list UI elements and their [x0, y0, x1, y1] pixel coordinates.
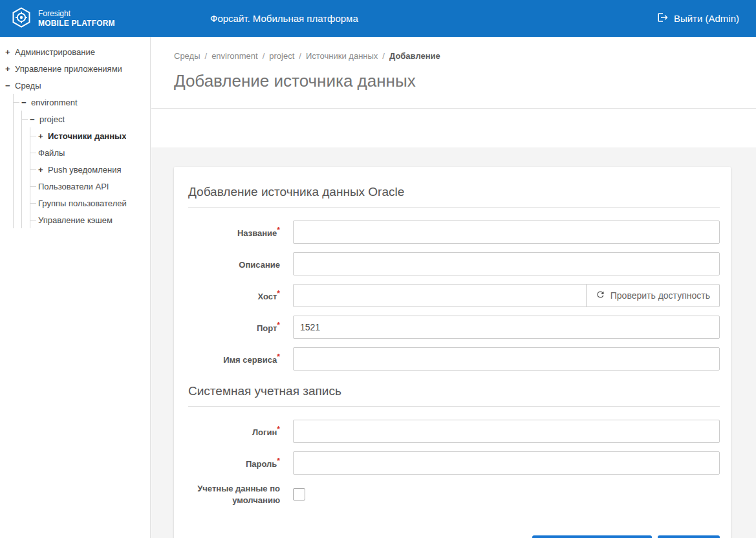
breadcrumb-item-environment[interactable]: environment — [211, 51, 258, 61]
breadcrumb-separator: / — [263, 51, 265, 61]
section-title-system-account: Системная учетная запись — [188, 379, 720, 407]
tree-item-cache-management[interactable]: Управление кэшем — [30, 211, 146, 228]
foresight-logo-icon — [10, 6, 32, 31]
tree-item-label: Пользователи API — [38, 182, 109, 191]
tree-item-label: environment — [31, 98, 78, 107]
tree-item-administration[interactable]: + Администрирование — [5, 43, 146, 60]
required-asterisk: * — [277, 457, 280, 466]
collapse-icon[interactable]: − — [21, 98, 31, 107]
check-availability-button[interactable]: Проверить доступность — [586, 284, 720, 307]
brand-logo-block: Foresight MOBILE PLATFORM — [0, 6, 151, 31]
service-name-label: Имя сервиса* — [188, 352, 280, 366]
tree-item-api-users[interactable]: Пользователи API — [30, 178, 146, 195]
login-label-text: Логин — [252, 427, 277, 437]
breadcrumb-item-data-sources[interactable]: Источники данных — [306, 51, 378, 61]
tree-branch-environments: − environment − project + Источники данн… — [13, 94, 146, 228]
field-row-host: Хост* Проверить доступность — [188, 284, 720, 307]
port-input[interactable] — [293, 316, 720, 339]
required-asterisk: * — [277, 289, 280, 298]
title-divider — [151, 108, 756, 109]
required-asterisk: * — [277, 226, 280, 235]
logout-icon — [657, 12, 669, 25]
field-row-password: Пароль* — [188, 451, 720, 475]
field-row-name: Название* — [188, 221, 720, 244]
tree-item-label: Источники данных — [48, 131, 126, 141]
field-row-default-credentials: Учетные данные по умолчанию — [188, 483, 720, 506]
name-input[interactable] — [293, 221, 720, 244]
section-title-oracle: Добавление источника данных Oracle — [188, 180, 720, 208]
port-label: Порт* — [188, 320, 280, 334]
workspace: Добавление источника данных Oracle Назва… — [151, 147, 756, 538]
breadcrumb-separator: / — [299, 51, 301, 61]
tree-item-app-management[interactable]: + Управление приложениями — [5, 60, 146, 77]
main-content: Среды / environment / project / Источник… — [151, 37, 756, 538]
sidebar: + Администрирование + Управление приложе… — [0, 37, 151, 538]
field-row-login: Логин* — [188, 420, 720, 443]
password-label: Пароль* — [188, 456, 280, 470]
header-bar: Foresight MOBILE PLATFORM Форсайт. Мобил… — [0, 0, 756, 37]
tree-item-environment[interactable]: − environment — [14, 94, 146, 111]
breadcrumb-item-add: Добавление — [389, 51, 440, 61]
required-asterisk: * — [277, 352, 280, 361]
logout-label: Выйти (Admin) — [674, 13, 739, 24]
brand-name: Foresight — [38, 9, 115, 19]
tree-item-push-notifications[interactable]: + Push уведомления — [30, 161, 146, 178]
name-label-text: Название — [237, 228, 277, 238]
description-label: Описание — [188, 257, 280, 271]
app-title: Форсайт. Мобильная платформа — [210, 0, 358, 37]
password-input[interactable] — [293, 451, 720, 475]
expand-icon[interactable]: + — [38, 165, 48, 175]
brand-subtitle: MOBILE PLATFORM — [38, 19, 115, 28]
required-asterisk: * — [277, 425, 280, 434]
breadcrumb-item-environments[interactable]: Среды — [174, 51, 200, 61]
port-label-text: Порт — [257, 323, 277, 333]
breadcrumb: Среды / environment / project / Источник… — [151, 37, 756, 61]
logout-button[interactable]: Выйти (Admin) — [640, 0, 756, 37]
field-row-description: Описание — [188, 252, 720, 275]
tree-item-label: Управление кэшем — [38, 215, 113, 225]
breadcrumb-separator: / — [205, 51, 208, 61]
tree-item-project[interactable]: − project — [22, 111, 146, 127]
description-label-text: Описание — [239, 260, 280, 270]
tree-item-label: Среды — [15, 81, 41, 91]
breadcrumb-item-project[interactable]: project — [269, 51, 294, 61]
host-label-text: Хост — [257, 292, 277, 301]
service-name-label-text: Имя сервиса — [223, 355, 277, 365]
tree-item-data-sources[interactable]: + Источники данных — [30, 127, 146, 144]
host-label: Хост* — [188, 288, 280, 303]
add-button[interactable]: Добавить — [658, 535, 720, 538]
brand-text: Foresight MOBILE PLATFORM — [38, 9, 115, 28]
page-title: Добавление источника данных — [151, 61, 756, 91]
expand-icon[interactable]: + — [5, 47, 15, 57]
breadcrumb-separator: / — [382, 51, 385, 61]
expand-icon[interactable]: + — [38, 131, 48, 141]
tree-item-label: Управление приложениями — [15, 64, 122, 74]
password-label-text: Пароль — [246, 459, 277, 469]
test-connection-button[interactable]: Проверить соединение — [532, 535, 652, 538]
default-credentials-checkbox[interactable] — [293, 488, 305, 500]
expand-icon[interactable]: + — [5, 64, 15, 74]
collapse-icon[interactable]: − — [5, 81, 15, 91]
description-input[interactable] — [293, 252, 720, 275]
login-input[interactable] — [293, 420, 720, 443]
tree-item-label: Группы пользователей — [38, 199, 127, 208]
tree-branch-project: + Источники данных Файлы + Push уведомле… — [30, 127, 146, 228]
name-label: Название* — [188, 225, 280, 239]
collapse-icon[interactable]: − — [30, 114, 39, 124]
tree-item-label: project — [39, 114, 65, 124]
refresh-icon — [596, 290, 605, 301]
tree-item-label: Файлы — [38, 148, 65, 158]
form-actions: Проверить соединение Добавить — [188, 535, 720, 538]
tree-item-user-groups[interactable]: Группы пользователей — [30, 195, 146, 211]
tree-item-environments[interactable]: − Среды — [5, 77, 146, 94]
service-name-input[interactable] — [293, 347, 720, 371]
tree-branch-environment: − project + Источники данных Файлы + Pus… — [21, 111, 146, 228]
form-card: Добавление источника данных Oracle Назва… — [174, 167, 731, 538]
tree-item-files[interactable]: Файлы — [30, 144, 146, 161]
required-asterisk: * — [277, 321, 280, 330]
field-row-port: Порт* — [188, 316, 720, 339]
check-availability-label: Проверить доступность — [610, 290, 710, 301]
default-credentials-label: Учетные данные по умолчанию — [188, 483, 280, 506]
host-input[interactable] — [293, 284, 587, 307]
field-row-service-name: Имя сервиса* — [188, 347, 720, 371]
